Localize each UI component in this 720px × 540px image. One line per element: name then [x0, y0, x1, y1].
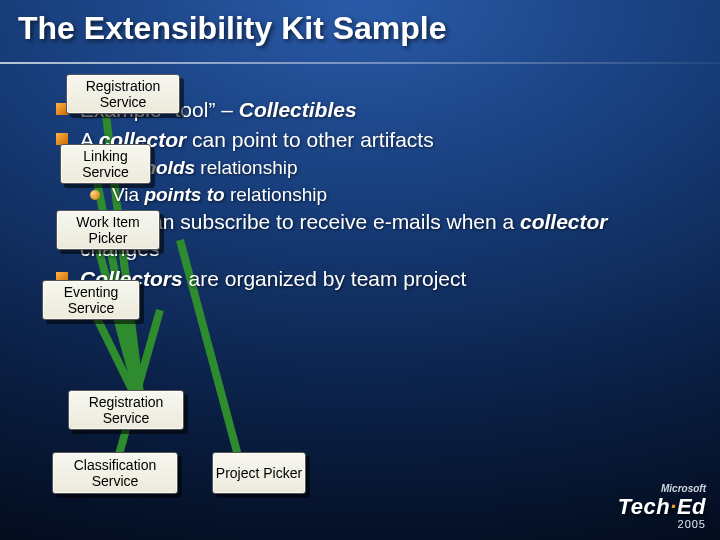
bullet-4: Collectors are organized by team project — [56, 265, 692, 293]
box-registration-service-2: Registration Service — [68, 390, 184, 430]
box-linking-service: Linking Service — [60, 144, 151, 184]
box-registration-service-1: Registration Service — [66, 74, 180, 114]
box-work-item-picker: Work Item Picker — [56, 210, 160, 250]
subbullet-2-2: Via points to relationship — [90, 182, 692, 207]
body-text: Example “tool” – Collectibles A collecto… — [56, 96, 692, 295]
box-eventing-service: Eventing Service — [42, 280, 140, 320]
box-classification-service: Classification Service — [52, 452, 178, 494]
subbullet-icon — [90, 190, 100, 200]
slide-title: The Extensibility Kit Sample — [18, 10, 447, 47]
bullet-2: A collector can point to other artifacts — [56, 126, 692, 154]
box-project-picker: Project Picker — [212, 452, 306, 494]
slide: The Extensibility Kit Sample Example “to… — [0, 0, 720, 540]
subbullet-2-1: Via holds relationship — [90, 155, 692, 180]
title-rule — [0, 62, 720, 64]
bullet-icon — [56, 133, 68, 145]
footer-logo: Microsoft Tech·Ed 2005 — [618, 483, 706, 530]
